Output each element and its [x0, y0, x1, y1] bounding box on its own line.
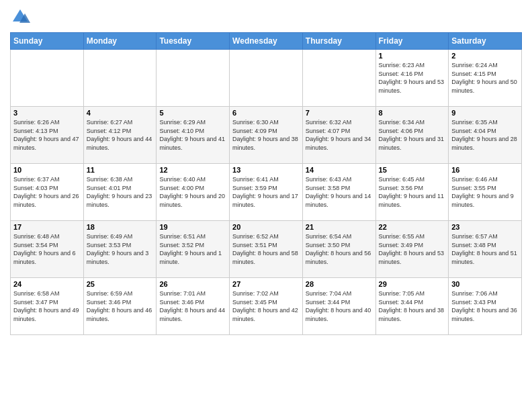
day-number: 18	[87, 223, 154, 231]
calendar-table: SundayMondayTuesdayWednesdayThursdayFrid…	[10, 32, 522, 335]
day-info: Sunrise: 6:37 AMSunset: 4:03 PMDaylight:…	[13, 175, 81, 209]
calendar-cell	[157, 50, 230, 107]
day-info: Sunrise: 6:24 AMSunset: 4:15 PMDaylight:…	[451, 61, 519, 95]
day-info: Sunrise: 6:51 AMSunset: 3:52 PMDaylight:…	[159, 232, 226, 266]
day-number: 22	[379, 223, 446, 231]
calendar-cell: 11Sunrise: 6:38 AMSunset: 4:01 PMDayligh…	[83, 164, 157, 221]
page-container: SundayMondayTuesdayWednesdayThursdayFrid…	[0, 0, 532, 338]
day-number: 20	[232, 223, 300, 231]
calendar-cell: 3Sunrise: 6:26 AMSunset: 4:13 PMDaylight…	[11, 107, 84, 164]
day-number: 2	[451, 52, 519, 60]
day-info: Sunrise: 7:02 AMSunset: 3:45 PMDaylight:…	[232, 289, 300, 323]
calendar-cell: 7Sunrise: 6:32 AMSunset: 4:07 PMDaylight…	[302, 107, 375, 164]
week-row-4: 17Sunrise: 6:48 AMSunset: 3:54 PMDayligh…	[11, 221, 522, 278]
calendar-cell: 24Sunrise: 6:58 AMSunset: 3:47 PMDayligh…	[11, 278, 84, 335]
day-info: Sunrise: 6:32 AMSunset: 4:07 PMDaylight:…	[306, 118, 373, 152]
day-info: Sunrise: 7:06 AMSunset: 3:43 PMDaylight:…	[451, 289, 519, 323]
day-header-saturday: Saturday	[449, 33, 522, 50]
calendar-cell: 23Sunrise: 6:57 AMSunset: 3:48 PMDayligh…	[449, 221, 522, 278]
day-info: Sunrise: 6:59 AMSunset: 3:46 PMDaylight:…	[87, 289, 154, 323]
calendar-cell: 17Sunrise: 6:48 AMSunset: 3:54 PMDayligh…	[11, 221, 84, 278]
calendar-cell	[230, 50, 303, 107]
calendar-cell: 1Sunrise: 6:23 AMSunset: 4:16 PMDaylight…	[375, 50, 449, 107]
day-header-sunday: Sunday	[11, 33, 84, 50]
day-number: 4	[87, 109, 154, 117]
day-info: Sunrise: 6:27 AMSunset: 4:12 PMDaylight:…	[87, 118, 154, 152]
week-row-1: 1Sunrise: 6:23 AMSunset: 4:16 PMDaylight…	[11, 50, 522, 107]
logo	[10, 7, 33, 27]
calendar-cell: 25Sunrise: 6:59 AMSunset: 3:46 PMDayligh…	[83, 278, 157, 335]
header	[10, 7, 522, 27]
day-number: 21	[306, 223, 373, 231]
day-number: 30	[451, 280, 519, 288]
calendar-cell: 20Sunrise: 6:52 AMSunset: 3:51 PMDayligh…	[230, 221, 303, 278]
calendar-cell	[83, 50, 157, 107]
day-info: Sunrise: 6:26 AMSunset: 4:13 PMDaylight:…	[13, 118, 81, 152]
day-info: Sunrise: 7:04 AMSunset: 3:44 PMDaylight:…	[306, 289, 373, 323]
day-number: 27	[232, 280, 300, 288]
day-header-friday: Friday	[375, 33, 449, 50]
calendar-cell	[11, 50, 84, 107]
day-info: Sunrise: 6:29 AMSunset: 4:10 PMDaylight:…	[159, 118, 226, 152]
day-info: Sunrise: 6:58 AMSunset: 3:47 PMDaylight:…	[13, 289, 81, 323]
day-info: Sunrise: 6:23 AMSunset: 4:16 PMDaylight:…	[379, 61, 446, 95]
day-header-tuesday: Tuesday	[157, 33, 230, 50]
day-number: 24	[13, 280, 81, 288]
day-info: Sunrise: 6:54 AMSunset: 3:50 PMDaylight:…	[306, 232, 373, 266]
day-info: Sunrise: 6:43 AMSunset: 3:58 PMDaylight:…	[306, 175, 373, 209]
calendar-cell: 19Sunrise: 6:51 AMSunset: 3:52 PMDayligh…	[157, 221, 230, 278]
day-info: Sunrise: 6:52 AMSunset: 3:51 PMDaylight:…	[232, 232, 300, 266]
day-number: 16	[451, 166, 519, 174]
day-number: 25	[87, 280, 154, 288]
day-number: 19	[159, 223, 226, 231]
calendar-cell: 16Sunrise: 6:46 AMSunset: 3:55 PMDayligh…	[449, 164, 522, 221]
day-info: Sunrise: 7:01 AMSunset: 3:46 PMDaylight:…	[159, 289, 226, 323]
calendar-cell: 9Sunrise: 6:35 AMSunset: 4:04 PMDaylight…	[449, 107, 522, 164]
day-number: 15	[379, 166, 446, 174]
week-row-5: 24Sunrise: 6:58 AMSunset: 3:47 PMDayligh…	[11, 278, 522, 335]
calendar-cell: 6Sunrise: 6:30 AMSunset: 4:09 PMDaylight…	[230, 107, 303, 164]
calendar-cell: 27Sunrise: 7:02 AMSunset: 3:45 PMDayligh…	[230, 278, 303, 335]
day-info: Sunrise: 6:45 AMSunset: 3:56 PMDaylight:…	[379, 175, 446, 209]
calendar-cell: 18Sunrise: 6:49 AMSunset: 3:53 PMDayligh…	[83, 221, 157, 278]
calendar-cell: 30Sunrise: 7:06 AMSunset: 3:43 PMDayligh…	[449, 278, 522, 335]
week-row-3: 10Sunrise: 6:37 AMSunset: 4:03 PMDayligh…	[11, 164, 522, 221]
calendar-cell: 22Sunrise: 6:55 AMSunset: 3:49 PMDayligh…	[375, 221, 449, 278]
week-row-2: 3Sunrise: 6:26 AMSunset: 4:13 PMDaylight…	[11, 107, 522, 164]
calendar-cell	[302, 50, 375, 107]
calendar-cell: 26Sunrise: 7:01 AMSunset: 3:46 PMDayligh…	[157, 278, 230, 335]
day-number: 10	[13, 166, 81, 174]
calendar-cell: 4Sunrise: 6:27 AMSunset: 4:12 PMDaylight…	[83, 107, 157, 164]
logo-icon	[10, 7, 30, 27]
day-info: Sunrise: 6:57 AMSunset: 3:48 PMDaylight:…	[451, 232, 519, 266]
day-number: 11	[87, 166, 154, 174]
day-info: Sunrise: 6:46 AMSunset: 3:55 PMDaylight:…	[451, 175, 519, 209]
day-number: 23	[451, 223, 519, 231]
calendar-cell: 14Sunrise: 6:43 AMSunset: 3:58 PMDayligh…	[302, 164, 375, 221]
calendar-header-row: SundayMondayTuesdayWednesdayThursdayFrid…	[11, 33, 522, 50]
day-number: 8	[379, 109, 446, 117]
day-header-thursday: Thursday	[302, 33, 375, 50]
calendar-cell: 28Sunrise: 7:04 AMSunset: 3:44 PMDayligh…	[302, 278, 375, 335]
calendar-cell: 13Sunrise: 6:41 AMSunset: 3:59 PMDayligh…	[230, 164, 303, 221]
calendar-cell: 21Sunrise: 6:54 AMSunset: 3:50 PMDayligh…	[302, 221, 375, 278]
day-info: Sunrise: 6:41 AMSunset: 3:59 PMDaylight:…	[232, 175, 300, 209]
day-header-monday: Monday	[83, 33, 157, 50]
day-number: 13	[232, 166, 300, 174]
calendar-cell: 2Sunrise: 6:24 AMSunset: 4:15 PMDaylight…	[449, 50, 522, 107]
day-number: 29	[379, 280, 446, 288]
day-number: 26	[159, 280, 226, 288]
day-number: 9	[451, 109, 519, 117]
calendar-cell: 10Sunrise: 6:37 AMSunset: 4:03 PMDayligh…	[11, 164, 84, 221]
day-info: Sunrise: 6:35 AMSunset: 4:04 PMDaylight:…	[451, 118, 519, 152]
day-number: 6	[232, 109, 300, 117]
day-info: Sunrise: 6:34 AMSunset: 4:06 PMDaylight:…	[379, 118, 446, 152]
day-info: Sunrise: 6:55 AMSunset: 3:49 PMDaylight:…	[379, 232, 446, 266]
day-number: 7	[306, 109, 373, 117]
day-info: Sunrise: 6:49 AMSunset: 3:53 PMDaylight:…	[87, 232, 154, 266]
calendar-cell: 8Sunrise: 6:34 AMSunset: 4:06 PMDaylight…	[375, 107, 449, 164]
day-info: Sunrise: 6:30 AMSunset: 4:09 PMDaylight:…	[232, 118, 300, 152]
day-info: Sunrise: 7:05 AMSunset: 3:44 PMDaylight:…	[379, 289, 446, 323]
day-number: 17	[13, 223, 81, 231]
day-info: Sunrise: 6:48 AMSunset: 3:54 PMDaylight:…	[13, 232, 81, 266]
